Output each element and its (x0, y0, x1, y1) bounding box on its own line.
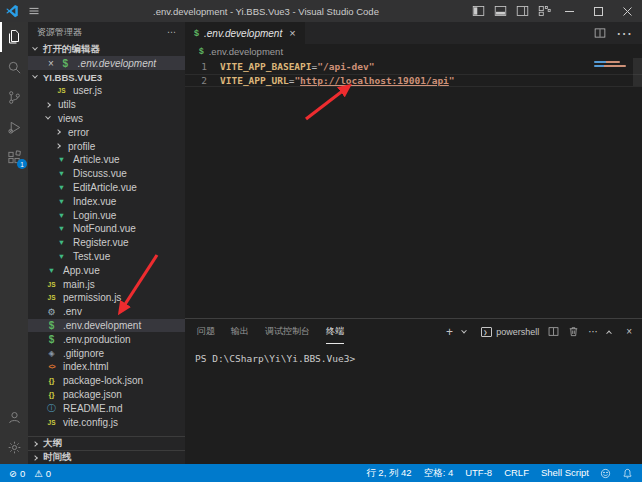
eol[interactable]: CRLF (504, 467, 529, 480)
maximize-panel-icon[interactable] (606, 330, 612, 336)
terminal-content[interactable]: PS D:\CSharp\Yi\Yi.BBS.Vue3> (185, 344, 642, 464)
indentation[interactable]: 空格: 4 (424, 467, 454, 480)
close-icon[interactable]: × (48, 58, 54, 69)
extensions-icon[interactable]: 1 (0, 142, 28, 172)
warnings-item[interactable]: ⚠ 0 (34, 468, 51, 479)
tree-item-.env.production[interactable]: $.env.production (28, 332, 185, 346)
html-file-icon: <> (46, 363, 57, 370)
info-file-icon: ⓘ (46, 402, 57, 415)
notifications-bell-icon[interactable] (622, 468, 633, 479)
window-title: .env.development - Yi.BBS.Vue3 - Visual … (80, 6, 452, 17)
shell-file-icon: $ (46, 334, 57, 345)
tree-item-package.json[interactable]: {}package.json (28, 388, 185, 402)
tree-item-Article.vue[interactable]: ▼Article.vue (28, 153, 185, 167)
tree-item-Index.vue[interactable]: ▼Index.vue (28, 194, 185, 208)
activity-bar: 1 (0, 22, 28, 464)
minimize-button[interactable] (555, 0, 584, 22)
timeline-section[interactable]: 时间线 (28, 450, 185, 464)
panel-actions: + ❯ powershell ⋯ (446, 326, 632, 338)
tree-item-index.html[interactable]: <>index.html (28, 360, 185, 374)
settings-gear-icon[interactable] (0, 432, 28, 462)
errors-item[interactable]: ⊘ 0 (9, 468, 25, 479)
minimap-slider[interactable] (633, 58, 642, 86)
brace-file-icon: {} (46, 376, 57, 385)
new-terminal-icon[interactable]: + (446, 326, 453, 338)
open-editors-header[interactable]: 打开的编辑器 (28, 42, 185, 56)
tree-item-utils[interactable]: utils (28, 98, 185, 112)
tree-item-.env[interactable]: ⚙.env (28, 305, 185, 319)
tree-item-App.vue[interactable]: ▼App.vue (28, 263, 185, 277)
terminal-prompt: PS D:\CSharp\Yi\Yi.BBS.Vue3> (195, 353, 355, 364)
chevron-down-icon[interactable] (461, 327, 467, 333)
tree-item-.env.development[interactable]: $.env.development (28, 319, 185, 333)
run-debug-icon[interactable] (0, 112, 28, 142)
tree-item-views[interactable]: views (28, 112, 185, 126)
tree-item-README.md[interactable]: ⓘREADME.md (28, 401, 185, 415)
problems-status[interactable]: ⊘ 0 ⚠ 0 (9, 468, 51, 479)
outline-section[interactable]: 大纲 (28, 436, 185, 450)
tree-item-Login.vue[interactable]: ▼Login.vue (28, 208, 185, 222)
tree-item-profile[interactable]: profile (28, 139, 185, 153)
panel-tab-调试控制台[interactable]: 调试控制台 (265, 319, 310, 344)
close-panel-icon[interactable]: × (626, 326, 632, 337)
tree-item-label: error (68, 127, 89, 138)
more-actions-icon[interactable]: ⋯ (167, 27, 176, 37)
cursor-position[interactable]: 行 2, 列 42 (366, 467, 411, 480)
title-bar: .env.development - Yi.BBS.Vue3 - Visual … (0, 0, 642, 22)
toggle-panel-icon[interactable] (489, 0, 511, 22)
workbench: 1 资源管理器 ⋯ (0, 22, 642, 464)
close-tab-icon[interactable]: × (289, 27, 295, 39)
tree-item-vite.config.js[interactable]: JSvite.config.js (28, 415, 185, 429)
more-actions-icon[interactable]: ⋯ (588, 326, 598, 337)
breadcrumb[interactable]: $ .env.development (185, 44, 642, 58)
panel-tab-问题[interactable]: 问题 (197, 319, 215, 344)
customize-layout-icon[interactable] (533, 0, 555, 22)
tree-item-label: main.js (63, 279, 95, 290)
tree-item-.gitignore[interactable]: ◈.gitignore (28, 346, 185, 360)
panel-tab-终端[interactable]: 终端 (326, 319, 344, 344)
tab-env-development[interactable]: $ .env.development × (185, 22, 305, 44)
outline-label: 大纲 (43, 437, 62, 450)
terminal-instance[interactable]: ❯ powershell (481, 327, 539, 337)
explorer-icon[interactable] (0, 22, 28, 52)
split-terminal-icon[interactable] (548, 326, 559, 337)
tree-item-EditArticle.vue[interactable]: ▼EditArticle.vue (28, 181, 185, 195)
tree-item-main.js[interactable]: JSmain.js (28, 277, 185, 291)
source-control-icon[interactable] (0, 82, 28, 112)
js-file-icon: JS (46, 294, 57, 301)
menu-icon[interactable] (24, 5, 44, 17)
encoding[interactable]: UTF-8 (465, 467, 492, 480)
maximize-button[interactable] (584, 0, 613, 22)
minimap[interactable] (594, 61, 626, 69)
chevron-right-icon (55, 143, 61, 149)
tree-item-package-lock.json[interactable]: {}package-lock.json (28, 374, 185, 388)
panel-tab-输出[interactable]: 输出 (231, 319, 249, 344)
tree-item-NotFound.vue[interactable]: ▼NotFound.vue (28, 222, 185, 236)
chevron-right-icon (32, 455, 38, 461)
code-editor[interactable]: 1VITE_APP_BASEAPI="/api-dev"2VITE_APP_UR… (185, 58, 642, 318)
tree-item-Test.vue[interactable]: ▼Test.vue (28, 250, 185, 264)
feedback-icon[interactable] (600, 468, 611, 479)
tree-item-user.js[interactable]: JSuser.js (28, 84, 185, 98)
open-editor-item[interactable]: × $ .env.development (28, 56, 185, 70)
workspace-header[interactable]: YI.BBS.VUE3 (28, 70, 185, 84)
language-mode[interactable]: Shell Script (541, 467, 589, 480)
more-actions-icon[interactable]: ⋯ (616, 24, 632, 43)
toggle-primary-sidebar-icon[interactable] (467, 0, 489, 22)
kill-terminal-icon[interactable] (568, 326, 579, 337)
split-editor-icon[interactable] (594, 27, 606, 39)
account-icon[interactable] (0, 402, 28, 432)
warning-icon: ⚠ (34, 468, 43, 479)
tree-item-Register.vue[interactable]: ▼Register.vue (28, 236, 185, 250)
toggle-secondary-sidebar-icon[interactable] (511, 0, 533, 22)
sidebar-explorer: 资源管理器 ⋯ 打开的编辑器 × $ .env.development YI.B… (28, 22, 185, 464)
shell-file-icon: $ (46, 320, 57, 331)
tree-item-error[interactable]: error (28, 125, 185, 139)
tree-item-permission.js[interactable]: JSpermission.js (28, 291, 185, 305)
tree-item-Discuss.vue[interactable]: ▼Discuss.vue (28, 167, 185, 181)
vscode-logo-icon (0, 4, 24, 18)
panel-tabs: 问题输出调试控制台终端 (197, 319, 344, 344)
search-icon[interactable] (0, 52, 28, 82)
window-controls (467, 0, 642, 22)
close-window-button[interactable] (613, 0, 642, 22)
